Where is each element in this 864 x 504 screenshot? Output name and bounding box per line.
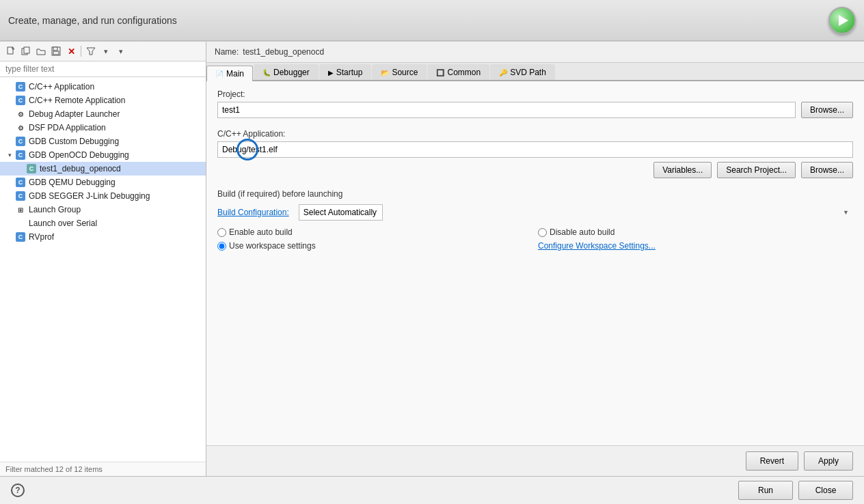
project-label: Project:: [217, 89, 853, 99]
tree-container: C C/C++ Application C C/C++ Remote Appli…: [0, 77, 206, 462]
common-tab-label: Common: [447, 68, 481, 77]
tree-item-cpp-remote[interactable]: C C/C++ Remote Application: [0, 94, 206, 107]
footer-bar: ? Run Close: [0, 476, 864, 504]
footer-left: ?: [11, 484, 25, 497]
search-project-button[interactable]: Search Project...: [717, 162, 796, 178]
expand-icon: ▾: [5, 152, 14, 158]
run-button[interactable]: Run: [738, 481, 793, 500]
build-config-row: Build Configuration: Select Automaticall…: [217, 204, 853, 221]
tree-item-label: C/C++ Remote Application: [29, 96, 125, 105]
build-config-link[interactable]: Build Configuration:: [217, 208, 289, 217]
right-build-options: Disable auto build Configure Workspace S…: [538, 227, 853, 255]
debugger-tab-label: Debugger: [273, 68, 310, 77]
project-row: Browse...: [217, 102, 853, 118]
left-build-options: Enable auto build Use workspace settings: [217, 227, 532, 255]
rvprof-icon: C: [15, 232, 26, 242]
project-input[interactable]: [217, 102, 796, 118]
bottom-bar: Revert Apply: [206, 445, 864, 476]
left-toolbar: ✕ ▾ ▾: [0, 42, 206, 61]
svg-rect-8: [53, 51, 59, 55]
application-section: C/C++ Application: Variables... Search P…: [217, 129, 853, 178]
main-content: ✕ ▾ ▾ C C/C++ Application C C/C++ Remote…: [0, 41, 864, 476]
build-config-select[interactable]: Select Automatically: [299, 204, 383, 221]
filter-input[interactable]: [0, 61, 206, 77]
disable-auto-build-label: Disable auto build: [550, 227, 615, 237]
open-config-button[interactable]: [34, 44, 48, 58]
tree-item-gdb-openocd[interactable]: ▾ C GDB OpenOCD Debugging: [0, 148, 206, 162]
disable-auto-build-row: Disable auto build: [538, 227, 853, 237]
tree-item-test1-debug[interactable]: C test1_debug_openocd: [0, 162, 206, 176]
config-name-value: test1_debug_openocd: [243, 47, 324, 57]
source-tab-icon: 📂: [381, 69, 389, 76]
svg-marker-9: [87, 48, 95, 55]
tree-item-debug-adapter[interactable]: ⚙ Debug Adapter Launcher: [0, 107, 206, 121]
disable-auto-build-radio[interactable]: [538, 228, 547, 237]
toolbar-separator-1: [81, 46, 81, 57]
project-section: Project: Browse...: [217, 89, 853, 118]
tree-item-gdb-qemu[interactable]: C GDB QEMU Debugging: [0, 176, 206, 189]
tree-item-label: C/C++ Application: [29, 82, 94, 92]
app-input[interactable]: [217, 141, 853, 158]
enable-auto-build-row: Enable auto build: [217, 227, 532, 237]
cpp-app-icon: C: [15, 81, 26, 92]
tree-item-rvprof[interactable]: C RVprof: [0, 230, 206, 244]
configure-workspace-link[interactable]: Configure Workspace Settings...: [538, 241, 656, 251]
app-browse-button[interactable]: Browse...: [801, 162, 853, 178]
tree-item-label: test1_debug_openocd: [40, 164, 121, 173]
new-config-button[interactable]: [4, 44, 18, 58]
window-title: Create, manage, and run configurations: [8, 15, 177, 26]
use-workspace-radio[interactable]: [217, 242, 226, 251]
form-area: Project: Browse... C/C++ Application:: [206, 81, 864, 445]
tree-item-dsf-pda[interactable]: ⚙ DSF PDA Application: [0, 121, 206, 135]
tab-common[interactable]: 🔲 Common: [427, 64, 489, 80]
cpp-remote-icon: C: [15, 95, 26, 106]
title-bar: Create, manage, and run configurations: [0, 0, 864, 41]
save-config-button[interactable]: [49, 44, 63, 58]
filter-button[interactable]: [84, 44, 98, 58]
tree-item-label: GDB QEMU Debugging: [29, 178, 116, 187]
project-browse-button[interactable]: Browse...: [801, 102, 853, 118]
revert-button[interactable]: Revert: [746, 451, 798, 471]
gdb-segger-icon: C: [15, 191, 26, 201]
run-icon-button[interactable]: [828, 7, 856, 34]
delete-config-button[interactable]: ✕: [64, 44, 78, 58]
svg-rect-7: [53, 47, 57, 51]
collapse-all-button[interactable]: ▾: [99, 44, 113, 58]
close-button[interactable]: Close: [798, 481, 853, 500]
dsf-pda-icon: ⚙: [15, 122, 26, 133]
tab-svd-path[interactable]: 🔑 SVD Path: [490, 64, 555, 80]
tree-item-gdb-segger[interactable]: C GDB SEGGER J-Link Debugging: [0, 189, 206, 203]
right-panel: Name: test1_debug_openocd 📄 Main 🐛 Debug…: [206, 42, 864, 476]
apply-button[interactable]: Apply: [804, 451, 853, 471]
tab-debugger[interactable]: 🐛 Debugger: [254, 64, 319, 80]
debug-adapter-icon: ⚙: [15, 109, 26, 120]
tree-item-launch-group[interactable]: ⊞ Launch Group: [0, 203, 206, 216]
duplicate-config-button[interactable]: [19, 44, 33, 58]
tree-item-label: DSF PDA Application: [29, 123, 106, 132]
tree-item-launch-serial[interactable]: Launch over Serial: [0, 216, 206, 230]
app-input-wrapper: [217, 141, 853, 158]
gdb-custom-icon: C: [15, 136, 26, 147]
app-input-row: [217, 141, 853, 158]
launch-serial-icon: [15, 218, 26, 229]
main-tab-icon: 📄: [215, 70, 224, 78]
tree-item-label: RVprof: [29, 232, 54, 242]
tree-item-cpp-app[interactable]: C C/C++ Application: [0, 80, 206, 94]
help-button[interactable]: ?: [11, 484, 25, 497]
tab-startup[interactable]: ▶ Startup: [319, 64, 372, 80]
tab-main[interactable]: 📄 Main: [206, 66, 253, 81]
tree-item-label: GDB OpenOCD Debugging: [29, 150, 129, 160]
debugger-tab-icon: 🐛: [262, 69, 271, 76]
app-buttons-row: Variables... Search Project... Browse...: [217, 162, 853, 178]
enable-auto-build-radio[interactable]: [217, 228, 226, 237]
app-label: C/C++ Application:: [217, 129, 853, 139]
use-workspace-row: Use workspace settings: [217, 241, 532, 251]
tree-item-gdb-custom[interactable]: C GDB Custom Debugging: [0, 135, 206, 148]
gdb-qemu-icon: C: [15, 177, 26, 188]
use-workspace-label: Use workspace settings: [229, 241, 316, 251]
tab-source[interactable]: 📂 Source: [372, 64, 427, 80]
view-menu-button[interactable]: ▾: [114, 44, 128, 58]
name-label: Name:: [215, 47, 239, 57]
configure-workspace-row: Configure Workspace Settings...: [538, 241, 853, 251]
variables-button[interactable]: Variables...: [653, 162, 712, 178]
